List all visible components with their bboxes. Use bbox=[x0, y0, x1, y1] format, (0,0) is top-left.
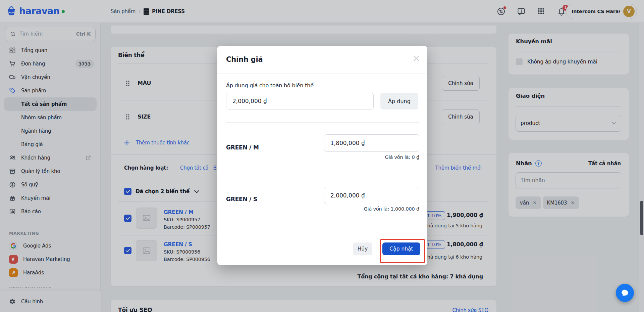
variant-price-input[interactable] bbox=[324, 187, 419, 204]
variant-price-input[interactable] bbox=[324, 134, 419, 152]
divider bbox=[217, 237, 427, 237]
chat-widget-button[interactable] bbox=[616, 284, 634, 302]
modal-variant-name: GREEN / M bbox=[226, 144, 259, 151]
apply-all-price-input[interactable] bbox=[226, 93, 374, 109]
divider bbox=[226, 122, 419, 123]
apply-button[interactable]: Áp dụng bbox=[380, 93, 418, 109]
update-button[interactable]: Cập nhật bbox=[382, 242, 420, 255]
modal-variant-name: GREEN / S bbox=[226, 196, 257, 203]
close-icon[interactable] bbox=[413, 55, 421, 63]
apply-all-label: Áp dụng giá cho toàn bộ biến thể bbox=[226, 82, 314, 89]
cancel-button[interactable]: Hủy bbox=[353, 242, 372, 255]
variant-cost-note: Giá vốn là: 1,000,000 ₫ bbox=[364, 206, 419, 212]
haravan-admin-app: haravan Sản phẩm › PINE DRESS 1 bbox=[0, 0, 644, 312]
chat-bubble-icon bbox=[621, 288, 629, 297]
edit-price-modal: Chỉnh giá Áp dụng giá cho toàn bộ biến t… bbox=[217, 46, 427, 265]
variant-cost-note: Giá vốn là: 0 ₫ bbox=[385, 154, 419, 161]
modal-title: Chỉnh giá bbox=[226, 55, 263, 63]
divider bbox=[226, 174, 419, 174]
divider bbox=[217, 74, 427, 74]
